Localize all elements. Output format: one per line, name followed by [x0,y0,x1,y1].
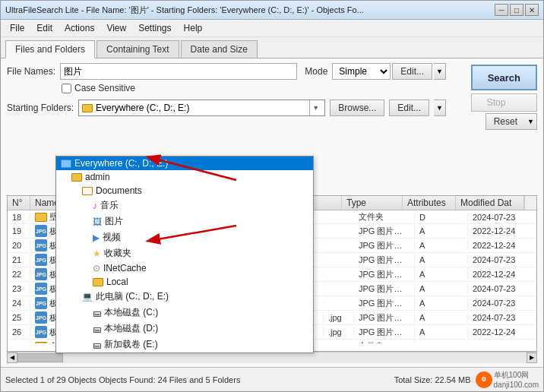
col-header-type[interactable]: Type [342,196,403,210]
tab-files-and-folders[interactable]: Files and Folders [5,40,95,58]
edit-button[interactable]: Edit... [392,63,432,80]
music-icon: ♪ [93,201,97,211]
minimize-button[interactable]: ─ [495,4,508,16]
close-button[interactable]: ✕ [525,4,539,16]
tab-containing-text[interactable]: Containing Text [96,40,179,58]
watermark-icon: ⚙ [476,371,492,388]
main-content: Search Stop File Names: Mode Simple Wild… [1,58,543,367]
dropdown-item-documents[interactable]: Documents [77,184,313,198]
reset-arrow-button[interactable]: ▼ [525,113,537,130]
dropdown-item-drive-d[interactable]: 🖴 本地磁盘 (D:) [88,321,313,337]
tab-bar: Files and Folders Containing Text Date a… [1,37,543,58]
title-bar: UltraFileSearch Lite - File Name: '图片' -… [1,1,543,20]
menu-settings[interactable]: Settings [132,21,177,35]
status-selected: Selected 1 of 29 Objects Objects Found: … [5,375,240,384]
edit2-button[interactable]: Edit... [389,100,429,116]
dropdown-item-inetcache[interactable]: ⊙ INetCache [88,261,313,275]
jpg-icon: JPG [35,225,47,237]
menu-bar: File Edit Actions View Settings Help [1,20,543,37]
case-sensitive-row: Case Sensitive [62,83,537,93]
dropdown-item-drive-c[interactable]: 🖴 本地磁盘 (C:) [88,305,313,321]
folder-icon [82,104,93,112]
status-bar: Selected 1 of 29 Objects Objects Found: … [1,367,543,391]
starting-folder-value: Everywhere (C:, D:, E:) [96,103,189,113]
col-header-n[interactable]: N° [8,196,30,210]
folder-icon [35,342,47,344]
menu-file[interactable]: File [4,21,30,35]
edit-arrow-button[interactable]: ▼ [434,63,446,80]
case-sensitive-label: Case Sensitive [74,83,135,93]
video-icon: ▶ [93,232,100,243]
case-sensitive-checkbox[interactable] [62,84,71,93]
jpg-icon: JPG [35,268,47,280]
watermark-domain: danji100.com [494,381,539,389]
scroll-track[interactable] [17,352,527,363]
folder-dropdown: Everywhere (C:, D:, E:) admin Documents … [55,156,314,353]
window-controls: ─ □ ✕ [495,4,539,16]
col-header-attr[interactable]: Attributes [403,196,456,210]
starting-folders-combo[interactable]: Everywhere (C:, D:, E:) ▼ [78,100,325,116]
stop-button: Stop [471,93,537,112]
file-names-row: File Names: Mode Simple Wildcard RegEx E… [7,63,446,80]
dropdown-item-music[interactable]: ♪ 音乐 [88,198,313,213]
drive-icon: 🖴 [93,308,101,318]
file-names-label: File Names: [7,66,55,77]
mode-label: Mode [305,66,327,77]
jpg-icon: JPG [35,311,47,324]
horizontal-scrollbar[interactable]: ◀ ▶ [7,352,537,362]
dropdown-item-thispc[interactable]: 💻 此电脑 (C:, D:, E:) [77,289,313,305]
jpg-icon: JPG [35,283,47,295]
file-names-input[interactable] [60,63,297,80]
menu-actions[interactable]: Actions [59,21,100,35]
jpg-icon: JPG [35,297,47,309]
scroll-thumb[interactable] [17,353,63,362]
dropdown-item-pictures[interactable]: 🖼 图片 [88,213,313,229]
jpg-icon: JPG [35,254,47,266]
window-title: UltraFileSearch Lite - File Name: '图片' -… [5,5,495,16]
menu-edit[interactable]: Edit [30,21,59,35]
mode-select[interactable]: Simple Wildcard RegEx [332,63,391,80]
dropdown-item-favorites[interactable]: ★ 收藏夹 [88,245,313,261]
browse-button[interactable]: Browse... [330,100,384,116]
reset-button[interactable]: Reset [485,113,525,130]
dropdown-item-everywhere[interactable]: Everywhere (C:, D:, E:) [56,156,313,170]
drive-icon: 🖴 [93,324,101,334]
folder-icon [82,187,93,195]
scroll-left-button[interactable]: ◀ [7,352,17,363]
maximize-button[interactable]: □ [510,4,523,16]
starting-folders-label: Starting Folders: [7,103,74,113]
watermark: ⚙ 单机100网 danji100.com [476,370,539,389]
dropdown-item-video[interactable]: ▶ 视频 [88,229,313,245]
jpg-icon: JPG [35,326,47,338]
net-icon: ⊙ [93,263,100,273]
jpg-icon: JPG [35,239,47,251]
folder-icon [71,173,82,182]
starting-folders-row: Starting Folders: Everywhere (C:, D:, E:… [7,100,446,116]
col-header-ext[interactable] [312,196,342,210]
folder-icon [35,213,47,222]
dropdown-item-drive-e[interactable]: 🖴 新加载卷 (E:) [88,337,313,352]
menu-view[interactable]: View [100,21,132,35]
dropdown-item-admin[interactable]: admin [67,170,313,184]
folder-icon [93,278,103,286]
main-window: UltraFileSearch Lite - File Name: '图片' -… [0,0,544,392]
combo-arrow-icon[interactable]: ▼ [309,100,321,115]
menu-help[interactable]: Help [178,21,209,35]
watermark-site: 单机100网 [494,370,539,381]
total-size: Total Size: 22.54 MB [394,375,471,384]
drive-icon: 🖴 [93,340,101,349]
picture-icon: 🖼 [93,217,102,227]
col-header-date[interactable]: Modified Dat [456,196,524,210]
search-button[interactable]: Search [471,65,537,90]
tab-date-and-size[interactable]: Date and Size [181,40,258,58]
pc-icon: 💻 [82,292,93,302]
edit2-arrow-button[interactable]: ▼ [434,100,446,116]
star-icon: ★ [93,248,101,259]
folder-icon [61,160,71,168]
scroll-right-button[interactable]: ▶ [527,352,537,363]
dropdown-item-local[interactable]: Local [88,275,313,289]
